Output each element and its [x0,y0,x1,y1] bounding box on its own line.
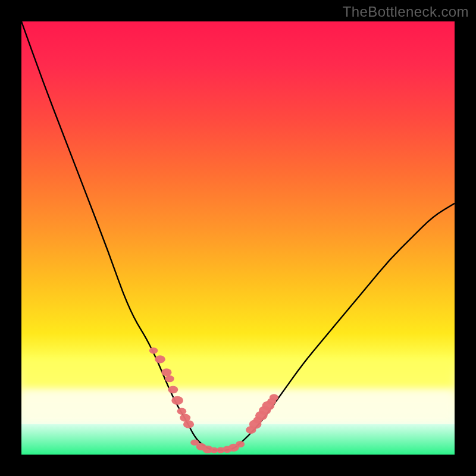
bottleneck-curve [21,21,455,450]
curve-marker [270,394,278,400]
curve-marker [155,355,165,363]
curve-marker [171,396,183,405]
curve-markers-left [149,347,194,428]
chart-svg [21,21,455,455]
chart-plot-area [21,21,455,455]
curve-marker [236,441,245,447]
curve-marker [168,386,178,393]
curve-markers-right [246,394,278,434]
curve-marker [149,347,158,354]
watermark-text: TheBottleneck.com [343,4,469,20]
curve-marker [165,375,174,382]
curve-marker [183,420,194,428]
curve-marker [177,408,187,415]
curve-marker [161,368,171,376]
curve-markers-bottom [190,439,245,453]
